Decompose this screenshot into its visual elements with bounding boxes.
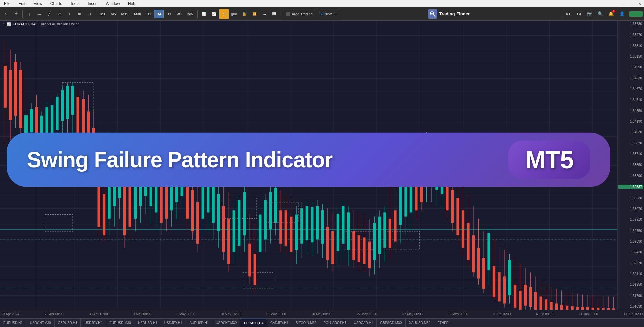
tab-usdcad-h1[interactable]: USDCAD,H1 — [350, 319, 377, 327]
shapes-tool[interactable]: ◇ — [85, 9, 94, 19]
tab-usdchf-m30[interactable]: USDCHF,M30 — [26, 319, 55, 327]
tf-mn[interactable]: MN — [185, 10, 196, 18]
svg-rect-153 — [373, 223, 376, 260]
price-level-10: 1.64190 — [618, 120, 643, 123]
algo-trading-button[interactable]: Algo Trading — [283, 9, 316, 19]
menu-edit[interactable]: Edit — [17, 1, 27, 7]
svg-rect-34 — [76, 97, 79, 134]
date-label-3: 30 Apr 16:00 — [89, 312, 108, 316]
history-button[interactable]: ⏮ — [564, 9, 573, 19]
tab-eurusd-m30[interactable]: EURUSD,M30 — [106, 319, 135, 327]
menu-file[interactable]: File — [3, 1, 12, 7]
price-level-13: 1.63710 — [618, 152, 643, 156]
tab-cadjpy-h4[interactable]: CADJPY,H4 — [267, 319, 292, 327]
tab-eurusd-h1[interactable]: EURUSD,H1 — [0, 319, 26, 327]
tab-gbpusd-h4[interactable]: GBPUSD,H4 — [55, 319, 81, 327]
toolbar-divider-4 — [281, 10, 281, 18]
svg-rect-174 — [425, 138, 428, 184]
menu-window[interactable]: Window — [104, 1, 121, 7]
tf-h1[interactable]: H1 — [144, 10, 153, 18]
menu-charts[interactable]: Charts — [49, 1, 63, 7]
vertical-line-tool[interactable]: | — [24, 9, 34, 19]
svg-rect-36 — [82, 99, 85, 138]
tab-audusd-h1[interactable]: AUDUSD,H1 — [186, 319, 213, 327]
svg-rect-126 — [306, 206, 308, 240]
tf-m15[interactable]: M15 — [119, 10, 131, 18]
account-button[interactable]: 👤 — [617, 9, 627, 19]
tab-nzdusd-h1[interactable]: NZDUSD,H1 — [135, 319, 161, 327]
menu-insert[interactable]: Insert — [86, 1, 99, 7]
svg-rect-184 — [446, 178, 448, 211]
price-level-23: 1.62110 — [618, 272, 643, 276]
chart-area[interactable]: ≡ 📊 EURAUD, H4: Euro vs Australian Dolla… — [0, 21, 617, 310]
notifications-button[interactable]: 🔔 1 — [606, 9, 616, 19]
svg-rect-96 — [233, 210, 235, 252]
symbol-text: EURAUD — [13, 22, 29, 26]
price-level-14: 1.63550 — [618, 163, 643, 167]
chart-symbol: EURAUD, H4: — [13, 22, 37, 26]
price-level-3: 1.65310 — [618, 44, 643, 48]
date-label-8: 20 May 00:00 — [311, 312, 332, 316]
svg-rect-190 — [462, 210, 464, 248]
cloud-button[interactable]: ☁ — [260, 9, 269, 19]
maximize-button[interactable]: □ — [627, 0, 635, 7]
tab-usdchf-m30-2[interactable]: USDCHF,M30 — [212, 319, 240, 327]
svg-text:SFP...: SFP... — [447, 134, 457, 139]
tf-d1[interactable]: D1 — [164, 10, 174, 18]
svg-rect-98 — [238, 200, 240, 246]
tab-polkadot-h1[interactable]: POLKADOT,H1 — [320, 319, 350, 327]
tf-m1[interactable]: M1 — [98, 10, 108, 18]
tab-xauusd-m30[interactable]: XAUUSD,M30 — [406, 319, 434, 327]
horizontal-line-tool[interactable]: — — [35, 9, 44, 19]
svg-rect-232 — [571, 306, 573, 310]
tf-m30[interactable]: M30 — [131, 10, 143, 18]
tf-m5[interactable]: M5 — [108, 10, 118, 18]
svg-rect-7 — [9, 70, 12, 120]
svg-rect-236 — [581, 307, 584, 310]
arrow-tool[interactable]: ⤢ — [55, 9, 64, 19]
select-tool[interactable]: ↖ — [1, 9, 11, 19]
svg-rect-65 — [155, 175, 157, 212]
new-order-button[interactable]: ⊕ New O. — [317, 9, 340, 19]
svg-rect-122 — [295, 215, 298, 250]
ide-button[interactable]: grid — [229, 9, 239, 19]
tab-usdjpy-h1[interactable]: USDJPY,H1 — [161, 319, 186, 327]
news-button[interactable]: 📰 — [270, 9, 279, 19]
svg-rect-180 — [441, 149, 443, 194]
tf-h4[interactable]: H4 — [154, 10, 163, 18]
minimize-button[interactable]: ─ — [618, 0, 627, 7]
tab-euraud-h4[interactable]: EURAUD,H4 — [240, 319, 267, 327]
svg-rect-132 — [321, 210, 324, 244]
svg-line-1 — [433, 15, 435, 17]
tab-ether[interactable]: ETHER... — [434, 319, 455, 327]
indicators-button[interactable]: 📈 — [209, 9, 219, 19]
price-level-19: 1.62750 — [618, 229, 643, 233]
signal-button[interactable]: 📶 — [250, 9, 259, 19]
search-button[interactable]: 🔍 — [596, 9, 605, 19]
svg-rect-107 — [259, 215, 261, 252]
menu-tools[interactable]: Tools — [69, 1, 81, 7]
chart-description: Euro vs Australian Dollar — [39, 22, 79, 26]
screenshot-button[interactable]: 📷 — [585, 9, 594, 19]
svg-rect-161 — [394, 210, 396, 241]
svg-rect-145 — [352, 231, 355, 260]
close-button[interactable]: ✕ — [635, 0, 644, 7]
chart-type-button[interactable]: 📊 — [199, 9, 209, 19]
menu-view[interactable]: View — [32, 1, 44, 7]
svg-rect-59 — [139, 165, 142, 206]
text-tool[interactable]: T — [65, 9, 74, 19]
menu-help[interactable]: Help — [127, 1, 138, 7]
fibonacci-tool[interactable]: ⊞ — [75, 9, 84, 19]
volume-button[interactable]: S — [219, 9, 229, 19]
tab-gbpsgd-m30[interactable]: GBPSGD,M30 — [377, 319, 406, 327]
svg-rect-130 — [316, 206, 319, 240]
tab-bitcoin-m30[interactable]: BITCOIN,M30 — [292, 319, 320, 327]
lock-button[interactable]: 🔒 — [239, 9, 249, 19]
tf-w1[interactable]: W1 — [174, 10, 185, 18]
svg-rect-151 — [368, 242, 371, 268]
tab-usdjpy-h4[interactable]: USDJPY,H4 — [81, 319, 106, 327]
crosshair-tool[interactable]: ✛ — [11, 9, 21, 19]
svg-rect-88 — [212, 186, 215, 223]
trend-line-tool[interactable]: ╱ — [45, 9, 54, 19]
auto-scroll-button[interactable]: ⏭ — [574, 9, 584, 19]
